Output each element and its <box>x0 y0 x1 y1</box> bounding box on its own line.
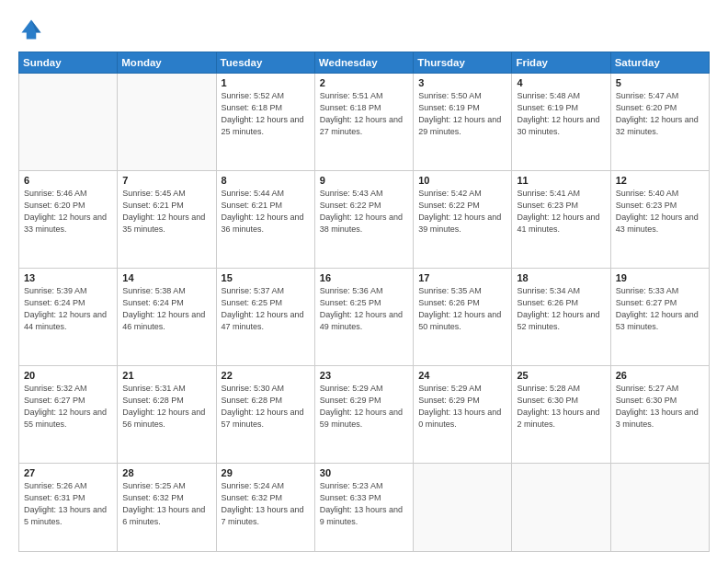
calendar-table: SundayMondayTuesdayWednesdayThursdayFrid… <box>18 52 710 552</box>
weekday-header-sunday: Sunday <box>19 52 118 74</box>
cell-info: Sunrise: 5:50 AMSunset: 6:19 PMDaylight:… <box>418 90 506 138</box>
logo-icon <box>18 17 44 42</box>
cell-info: Sunrise: 5:32 AMSunset: 6:27 PMDaylight:… <box>24 383 112 431</box>
weekday-header-friday: Friday <box>512 52 610 74</box>
calendar-week-4: 27Sunrise: 5:26 AMSunset: 6:31 PMDayligh… <box>19 463 710 551</box>
calendar-cell: 6Sunrise: 5:46 AMSunset: 6:20 PMDaylight… <box>19 170 118 268</box>
cell-info: Sunrise: 5:47 AMSunset: 6:20 PMDaylight:… <box>616 90 704 138</box>
calendar-week-1: 6Sunrise: 5:46 AMSunset: 6:20 PMDaylight… <box>19 170 710 268</box>
calendar-cell <box>414 463 512 551</box>
cell-info: Sunrise: 5:38 AMSunset: 6:24 PMDaylight:… <box>122 285 210 333</box>
day-number: 7 <box>122 175 210 186</box>
calendar-cell: 15Sunrise: 5:37 AMSunset: 6:25 PMDayligh… <box>216 268 314 365</box>
day-number: 15 <box>222 272 310 283</box>
day-number: 23 <box>320 370 408 381</box>
day-number: 5 <box>616 77 704 88</box>
day-number: 17 <box>418 272 506 283</box>
cell-info: Sunrise: 5:41 AMSunset: 6:23 PMDaylight:… <box>517 188 605 236</box>
cell-info: Sunrise: 5:26 AMSunset: 6:31 PMDaylight:… <box>24 480 112 528</box>
day-number: 4 <box>517 77 605 88</box>
calendar-cell: 23Sunrise: 5:29 AMSunset: 6:29 PMDayligh… <box>314 365 413 463</box>
day-number: 1 <box>222 77 310 88</box>
calendar-cell: 25Sunrise: 5:28 AMSunset: 6:30 PMDayligh… <box>512 365 610 463</box>
calendar-cell: 14Sunrise: 5:38 AMSunset: 6:24 PMDayligh… <box>118 268 216 365</box>
calendar-cell <box>19 74 118 171</box>
calendar-week-2: 13Sunrise: 5:39 AMSunset: 6:24 PMDayligh… <box>19 268 710 365</box>
cell-info: Sunrise: 5:27 AMSunset: 6:30 PMDaylight:… <box>616 383 704 431</box>
weekday-header-saturday: Saturday <box>610 52 709 74</box>
weekday-header-row: SundayMondayTuesdayWednesdayThursdayFrid… <box>19 52 710 74</box>
weekday-header-wednesday: Wednesday <box>314 52 413 74</box>
calendar-cell: 22Sunrise: 5:30 AMSunset: 6:28 PMDayligh… <box>216 365 314 463</box>
day-number: 28 <box>122 467 210 478</box>
logo <box>18 17 48 42</box>
cell-info: Sunrise: 5:35 AMSunset: 6:26 PMDaylight:… <box>418 285 506 333</box>
calendar-cell: 28Sunrise: 5:25 AMSunset: 6:32 PMDayligh… <box>118 463 216 551</box>
cell-info: Sunrise: 5:25 AMSunset: 6:32 PMDaylight:… <box>122 480 210 528</box>
day-number: 21 <box>122 370 210 381</box>
day-number: 24 <box>418 370 506 381</box>
calendar-cell: 5Sunrise: 5:47 AMSunset: 6:20 PMDaylight… <box>610 74 709 171</box>
day-number: 3 <box>418 77 506 88</box>
calendar-cell: 3Sunrise: 5:50 AMSunset: 6:19 PMDaylight… <box>414 74 512 171</box>
cell-info: Sunrise: 5:36 AMSunset: 6:25 PMDaylight:… <box>320 285 408 333</box>
calendar-cell: 11Sunrise: 5:41 AMSunset: 6:23 PMDayligh… <box>512 170 610 268</box>
cell-info: Sunrise: 5:37 AMSunset: 6:25 PMDaylight:… <box>222 285 310 333</box>
cell-info: Sunrise: 5:23 AMSunset: 6:33 PMDaylight:… <box>320 480 408 528</box>
day-number: 27 <box>24 467 112 478</box>
cell-info: Sunrise: 5:29 AMSunset: 6:29 PMDaylight:… <box>418 383 506 431</box>
calendar-cell: 12Sunrise: 5:40 AMSunset: 6:23 PMDayligh… <box>610 170 709 268</box>
cell-info: Sunrise: 5:31 AMSunset: 6:28 PMDaylight:… <box>122 383 210 431</box>
day-number: 30 <box>320 467 408 478</box>
calendar-cell: 24Sunrise: 5:29 AMSunset: 6:29 PMDayligh… <box>414 365 512 463</box>
cell-info: Sunrise: 5:28 AMSunset: 6:30 PMDaylight:… <box>517 383 605 431</box>
cell-info: Sunrise: 5:24 AMSunset: 6:32 PMDaylight:… <box>222 480 310 528</box>
day-number: 10 <box>418 175 506 186</box>
cell-info: Sunrise: 5:42 AMSunset: 6:22 PMDaylight:… <box>418 188 506 236</box>
calendar-cell: 1Sunrise: 5:52 AMSunset: 6:18 PMDaylight… <box>216 74 314 171</box>
cell-info: Sunrise: 5:30 AMSunset: 6:28 PMDaylight:… <box>222 383 310 431</box>
calendar-cell: 18Sunrise: 5:34 AMSunset: 6:26 PMDayligh… <box>512 268 610 365</box>
calendar-cell: 27Sunrise: 5:26 AMSunset: 6:31 PMDayligh… <box>19 463 118 551</box>
calendar-week-0: 1Sunrise: 5:52 AMSunset: 6:18 PMDaylight… <box>19 74 710 171</box>
calendar-cell: 8Sunrise: 5:44 AMSunset: 6:21 PMDaylight… <box>216 170 314 268</box>
day-number: 29 <box>222 467 310 478</box>
calendar-cell <box>118 74 216 171</box>
cell-info: Sunrise: 5:45 AMSunset: 6:21 PMDaylight:… <box>122 188 210 236</box>
day-number: 14 <box>122 272 210 283</box>
weekday-header-thursday: Thursday <box>414 52 512 74</box>
cell-info: Sunrise: 5:43 AMSunset: 6:22 PMDaylight:… <box>320 188 408 236</box>
cell-info: Sunrise: 5:44 AMSunset: 6:21 PMDaylight:… <box>222 188 310 236</box>
calendar-cell: 2Sunrise: 5:51 AMSunset: 6:18 PMDaylight… <box>314 74 413 171</box>
cell-info: Sunrise: 5:52 AMSunset: 6:18 PMDaylight:… <box>222 90 310 138</box>
day-number: 2 <box>320 77 408 88</box>
calendar-cell: 21Sunrise: 5:31 AMSunset: 6:28 PMDayligh… <box>118 365 216 463</box>
day-number: 25 <box>517 370 605 381</box>
calendar-cell <box>512 463 610 551</box>
cell-info: Sunrise: 5:51 AMSunset: 6:18 PMDaylight:… <box>320 90 408 138</box>
day-number: 6 <box>24 175 112 186</box>
cell-info: Sunrise: 5:33 AMSunset: 6:27 PMDaylight:… <box>616 285 704 333</box>
calendar-cell: 29Sunrise: 5:24 AMSunset: 6:32 PMDayligh… <box>216 463 314 551</box>
calendar-cell: 10Sunrise: 5:42 AMSunset: 6:22 PMDayligh… <box>414 170 512 268</box>
day-number: 20 <box>24 370 112 381</box>
calendar-cell: 13Sunrise: 5:39 AMSunset: 6:24 PMDayligh… <box>19 268 118 365</box>
day-number: 12 <box>616 175 704 186</box>
calendar-cell: 19Sunrise: 5:33 AMSunset: 6:27 PMDayligh… <box>610 268 709 365</box>
cell-info: Sunrise: 5:29 AMSunset: 6:29 PMDaylight:… <box>320 383 408 431</box>
cell-info: Sunrise: 5:34 AMSunset: 6:26 PMDaylight:… <box>517 285 605 333</box>
cell-info: Sunrise: 5:40 AMSunset: 6:23 PMDaylight:… <box>616 188 704 236</box>
cell-info: Sunrise: 5:48 AMSunset: 6:19 PMDaylight:… <box>517 90 605 138</box>
header <box>18 17 710 42</box>
day-number: 26 <box>616 370 704 381</box>
day-number: 16 <box>320 272 408 283</box>
day-number: 22 <box>222 370 310 381</box>
day-number: 8 <box>222 175 310 186</box>
day-number: 18 <box>517 272 605 283</box>
day-number: 13 <box>24 272 112 283</box>
day-number: 9 <box>320 175 408 186</box>
calendar-cell: 9Sunrise: 5:43 AMSunset: 6:22 PMDaylight… <box>314 170 413 268</box>
calendar-cell <box>610 463 709 551</box>
calendar-cell: 20Sunrise: 5:32 AMSunset: 6:27 PMDayligh… <box>19 365 118 463</box>
cell-info: Sunrise: 5:46 AMSunset: 6:20 PMDaylight:… <box>24 188 112 236</box>
